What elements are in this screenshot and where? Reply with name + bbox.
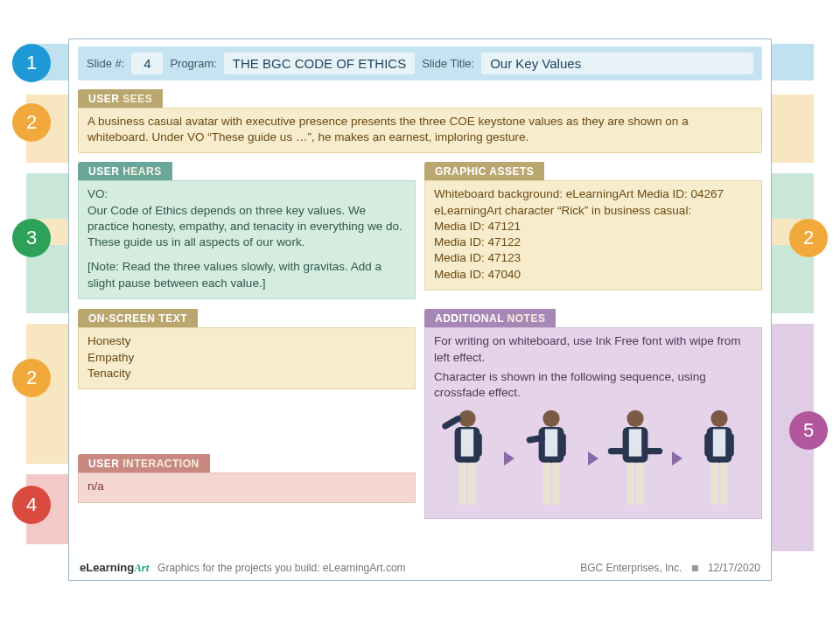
asset-line: Whiteboard background: eLearningArt Medi… [434, 186, 752, 202]
panel-graphic-assets: GRAPHIC ASSETS Whiteboard background: eL… [424, 162, 762, 300]
svg-rect-4 [468, 463, 475, 505]
svg-rect-25 [720, 463, 727, 505]
play-arrow-icon [504, 452, 514, 466]
footer-right: BGC Enterprises, Inc. 12/17/2020 [580, 562, 760, 574]
tab-text: ADDITIONAL [435, 312, 508, 325]
svg-rect-19 [608, 448, 627, 454]
square-bullet-icon [692, 565, 698, 571]
panel-user-hears: USER HEARS VO: Our Code of Ethics depend… [78, 162, 416, 300]
asset-line: Media ID: 47121 [434, 219, 752, 234]
user-sees-body: A business casual avatar with executive … [78, 108, 762, 153]
brand-logo: eLearningArt [80, 561, 152, 574]
character-pose-4 [688, 406, 751, 511]
tab-text: USER [88, 93, 122, 105]
badge-1: 1 [12, 44, 51, 82]
footer-company: BGC Enterprises, Inc. [580, 562, 682, 574]
svg-rect-27 [728, 434, 734, 457]
svg-point-0 [458, 410, 475, 427]
svg-rect-10 [542, 463, 550, 505]
slide-number-value: 4 [131, 52, 163, 74]
tab-user-interaction: USER INTERACTION [78, 454, 210, 472]
slide-header: Slide #: 4 Program: THE BGC CODE OF ETHI… [78, 46, 762, 80]
footer-tagline: Graphics for the projects you build: eLe… [158, 562, 405, 574]
svg-rect-6 [476, 434, 482, 457]
tab-onscreen-text: ON-SCREEN TEXT [78, 309, 198, 327]
vo-body: Our Code of Ethics depends on three key … [88, 203, 406, 251]
asset-line: Media ID: 47040 [434, 267, 752, 283]
slide-number-label: Slide #: [87, 57, 124, 70]
footer-left: eLearningArt Graphics for the projects y… [80, 561, 406, 575]
svg-point-14 [626, 410, 643, 427]
asset-line: Media ID: 47123 [434, 250, 752, 266]
asset-line: Media ID: 47122 [434, 234, 752, 250]
slide-title-value: Our Key Values [481, 52, 753, 74]
ost-item: Tenacity [88, 366, 406, 382]
character-pose-2 [520, 406, 583, 511]
character-pose-1 [436, 406, 499, 511]
asset-line: eLearningArt character “Rick” in busines… [434, 203, 752, 219]
play-arrow-icon [672, 452, 682, 466]
onscreen-text-body: Honesty Empathy Tenacity [78, 327, 416, 389]
vo-note: [Note: Read the three values slowly, wit… [88, 259, 406, 290]
vo-label: VO: [88, 186, 406, 202]
brand-text: eLearning [80, 561, 134, 574]
panel-onscreen-text: ON-SCREEN TEXT Honesty Empathy Tenacity [78, 309, 416, 445]
badge-3: 3 [12, 219, 51, 257]
svg-rect-3 [458, 463, 466, 505]
footer-date: 12/17/2020 [708, 562, 760, 574]
svg-rect-11 [552, 463, 559, 505]
badge-2: 2 [789, 219, 828, 257]
badge-2: 2 [12, 359, 51, 397]
svg-rect-2 [461, 430, 473, 457]
tab-text: USER [88, 165, 122, 178]
program-label: Program: [170, 57, 216, 70]
svg-point-21 [710, 410, 727, 427]
brand-text: Art [134, 561, 149, 574]
panel-user-interaction: USER INTERACTION n/a [78, 454, 416, 521]
svg-rect-9 [545, 430, 557, 457]
tab-text: HEARS [122, 165, 162, 178]
tab-user-sees: USER SEES [78, 89, 163, 108]
panel-additional-notes: ADDITIONAL NOTES For writing on whiteboa… [424, 309, 762, 521]
ost-item: Honesty [88, 333, 406, 349]
tab-text: NOTES [508, 312, 546, 325]
svg-rect-17 [626, 463, 634, 505]
character-sequence [434, 406, 752, 511]
tab-text: SEES [122, 93, 152, 105]
user-interaction-body: n/a [78, 472, 416, 502]
svg-rect-16 [629, 430, 641, 457]
graphic-assets-body: Whiteboard background: eLearningArt Medi… [424, 180, 762, 290]
character-pose-3 [604, 406, 667, 511]
user-hears-body: VO: Our Code of Ethics depends on three … [78, 180, 416, 298]
storyboard-page: Slide #: 4 Program: THE BGC CODE OF ETHI… [68, 38, 772, 581]
badge-5: 5 [789, 411, 828, 450]
tab-user-hears: USER HEARS [78, 162, 172, 180]
tab-additional-notes: ADDITIONAL NOTES [424, 309, 556, 327]
svg-rect-26 [704, 434, 710, 457]
svg-rect-20 [644, 448, 663, 454]
svg-rect-24 [710, 463, 718, 505]
slide-title-label: Slide Title: [422, 57, 474, 70]
svg-point-7 [542, 410, 559, 427]
badge-2: 2 [12, 103, 51, 142]
notes-line: For writing on whiteboard, use Ink Free … [434, 333, 752, 365]
notes-line: Character is shown in the following sequ… [434, 369, 752, 401]
additional-notes-body: For writing on whiteboard, use Ink Free … [424, 327, 762, 519]
tab-text: INTERACTION [122, 458, 200, 470]
badge-4: 4 [12, 486, 51, 524]
program-value: THE BGC CODE OF ETHICS [224, 52, 415, 74]
panel-user-sees: USER SEES A business casual avatar with … [78, 89, 762, 153]
svg-rect-23 [713, 430, 725, 457]
tab-text: USER [88, 458, 122, 470]
play-arrow-icon [588, 452, 598, 466]
tab-graphic-assets: GRAPHIC ASSETS [424, 162, 544, 180]
page-footer: eLearningArt Graphics for the projects y… [80, 561, 760, 575]
ost-item: Empathy [88, 350, 406, 366]
svg-rect-13 [560, 434, 566, 457]
svg-rect-18 [636, 463, 643, 505]
